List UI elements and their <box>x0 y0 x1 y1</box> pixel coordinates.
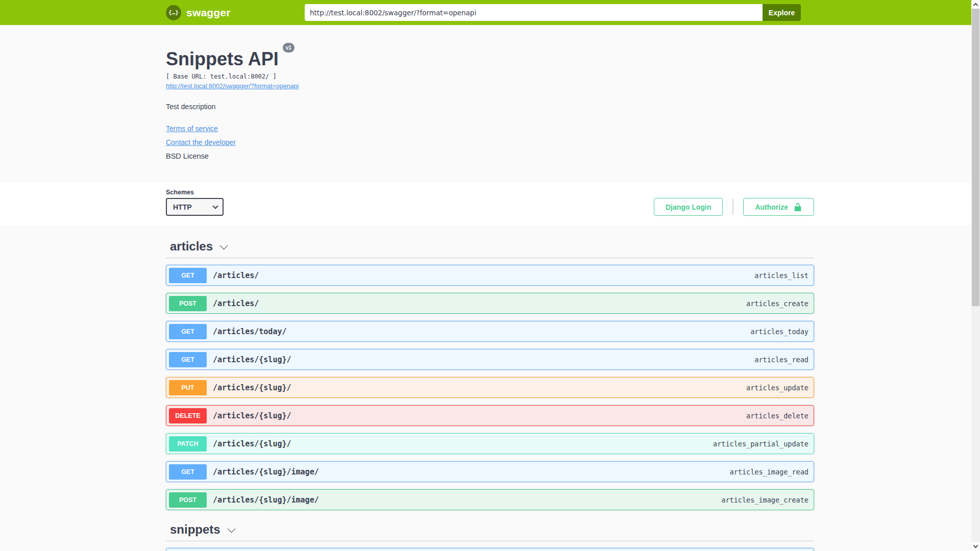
method-badge: POST <box>169 296 207 311</box>
operation-id: articles_read <box>754 356 808 364</box>
operation-row[interactable]: POST /articles/ articles_create <box>166 293 814 314</box>
operation-id: articles_today <box>750 328 808 336</box>
operation-id: articles_update <box>746 384 808 392</box>
auth-divider <box>732 199 733 215</box>
spec-link[interactable]: http://test.local:8002/swagger/?format=o… <box>166 83 299 90</box>
operation-path: /articles/{slug}/image/ <box>213 495 319 505</box>
topbar: {…} swagger Explore <box>0 0 980 25</box>
method-badge: PATCH <box>169 436 207 452</box>
operation-id: articles_create <box>746 299 808 308</box>
django-login-label: Django Login <box>666 203 711 211</box>
django-login-button[interactable]: Django Login <box>654 198 723 216</box>
operation-row[interactable]: GET /articles/{slug}/ articles_read <box>166 349 814 370</box>
operation-path: /articles/{slug}/image/ <box>213 467 319 477</box>
section-header-articles[interactable]: articles <box>166 239 814 258</box>
method-badge: GET <box>169 352 207 367</box>
method-badge: POST <box>169 492 207 508</box>
api-description: Test description <box>166 103 814 111</box>
section-title: articles <box>170 239 213 254</box>
operation-id: articles_list <box>754 271 808 280</box>
method-badge: GET <box>169 324 207 339</box>
operations-area: articles GET /articles/ articles_list PO… <box>0 225 980 551</box>
scrollbar-up-arrow[interactable] <box>971 0 980 9</box>
chevron-down-icon <box>228 524 236 533</box>
operation-row[interactable]: POST /articles/{slug}/image/ articles_im… <box>166 489 814 510</box>
operation-path: /articles/today/ <box>213 327 287 336</box>
operation-id: articles_delete <box>746 412 808 420</box>
operation-row[interactable]: PATCH /articles/{slug}/ articles_partial… <box>166 433 814 454</box>
operation-row[interactable]: GET /articles/today/ articles_today <box>166 321 814 342</box>
authorize-button[interactable]: Authorize <box>743 198 814 216</box>
method-badge: GET <box>169 268 207 283</box>
spec-url-input[interactable] <box>305 4 763 21</box>
section-snippets: snippets GET /snippets/ snippets_list <box>166 522 814 551</box>
swagger-logo-icon: {…} <box>166 5 181 20</box>
authorize-label: Authorize <box>755 203 788 211</box>
operation-row[interactable]: GET /articles/{slug}/image/ articles_ima… <box>166 461 814 482</box>
api-version-badge: v1 <box>283 43 295 53</box>
operation-row[interactable]: GET /articles/ articles_list <box>166 265 814 286</box>
operation-path: /articles/ <box>213 299 259 308</box>
method-badge: DELETE <box>169 408 207 423</box>
schemes-select[interactable]: HTTP <box>166 198 224 216</box>
scheme-container: Schemes HTTP Django Login Authorize <box>0 183 980 225</box>
section-header-snippets[interactable]: snippets <box>166 522 814 541</box>
vertical-scrollbar[interactable] <box>971 0 980 551</box>
swagger-logo-text: swagger <box>186 7 231 19</box>
base-url-text: [ Base URL: test.local:8002/ ] <box>166 73 814 80</box>
license-text: BSD License <box>166 152 814 160</box>
scrollbar-thumb[interactable] <box>972 9 979 306</box>
operation-path: /articles/{slug}/ <box>213 411 291 420</box>
operation-path: /articles/{slug}/ <box>213 383 291 392</box>
operation-row[interactable]: PUT /articles/{slug}/ articles_update <box>166 377 814 398</box>
operation-row[interactable]: GET /snippets/ snippets_list <box>166 548 814 551</box>
operation-path: /articles/ <box>213 271 259 280</box>
operation-id: articles_image_create <box>721 496 808 504</box>
swagger-logo: {…} swagger <box>166 5 231 20</box>
operation-row[interactable]: DELETE /articles/{slug}/ articles_delete <box>166 405 814 426</box>
method-badge: GET <box>169 464 207 480</box>
unlocked-padlock-icon <box>793 203 802 212</box>
explore-button[interactable]: Explore <box>763 4 801 21</box>
section-articles: articles GET /articles/ articles_list PO… <box>166 239 814 510</box>
scrollbar-down-arrow[interactable] <box>971 542 980 551</box>
operation-id: articles_image_read <box>730 468 808 476</box>
information-container: Snippets APIv1 [ Base URL: test.local:80… <box>0 25 980 183</box>
schemes-label: Schemes <box>166 189 224 196</box>
contact-developer-link[interactable]: Contact the developer <box>166 138 236 146</box>
operation-path: /articles/{slug}/ <box>213 439 291 448</box>
terms-of-service-link[interactable]: Terms of service <box>166 124 218 133</box>
chevron-down-icon <box>220 241 228 249</box>
method-badge: PUT <box>169 380 207 395</box>
operation-id: articles_partial_update <box>713 440 808 448</box>
operation-path: /articles/{slug}/ <box>213 355 291 364</box>
section-title: snippets <box>170 522 220 537</box>
page-title: Snippets API <box>166 48 279 69</box>
